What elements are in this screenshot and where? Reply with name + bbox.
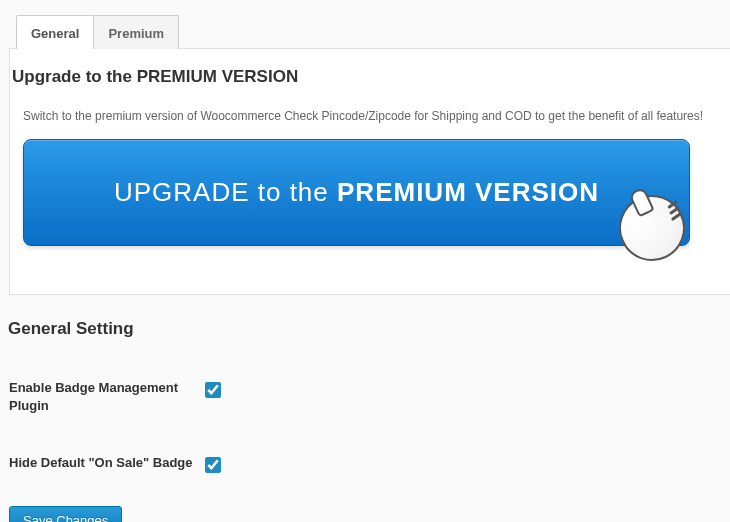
upgrade-description: Switch to the premium version of Woocomm…	[23, 109, 730, 123]
field-hide-on-sale-label: Hide Default "On Sale" Badge	[9, 454, 199, 472]
field-enable-badge-label: Enable Badge Management Plugin	[9, 379, 199, 414]
tab-general[interactable]: General	[16, 15, 94, 49]
field-enable-badge: Enable Badge Management Plugin	[9, 339, 730, 414]
enable-badge-checkbox[interactable]	[205, 382, 221, 398]
upgrade-button-text-leading: UPGRADE to the	[114, 177, 337, 207]
upgrade-button-text-strong: PREMIUM VERSION	[337, 177, 599, 207]
tab-panel-general: Upgrade to the PREMIUM VERSION Switch to…	[9, 48, 730, 295]
upgrade-heading: Upgrade to the PREMIUM VERSION	[10, 49, 730, 93]
tab-premium[interactable]: Premium	[93, 15, 179, 49]
save-changes-button[interactable]: Save Changes	[9, 506, 122, 522]
settings-tabs: General Premium	[16, 14, 730, 48]
pointer-hand-icon	[608, 184, 696, 272]
upgrade-premium-button[interactable]: UPGRADE to the PREMIUM VERSION	[23, 139, 690, 246]
hide-on-sale-checkbox[interactable]	[205, 457, 221, 473]
field-hide-on-sale: Hide Default "On Sale" Badge	[9, 414, 730, 476]
general-setting-heading: General Setting	[8, 295, 730, 339]
